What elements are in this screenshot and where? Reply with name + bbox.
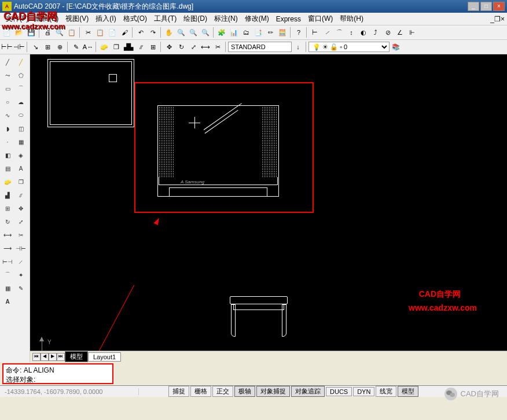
undo-button[interactable]: ↶ [135,27,146,38]
dim-ord-icon[interactable]: ↕ [346,27,357,38]
rotate-icon[interactable]: ↻ [175,41,187,53]
region-tool[interactable]: ◈ [14,149,27,161]
erase2-tool[interactable]: 🧽 [1,175,14,188]
center-icon[interactable]: ⊕ [54,41,65,53]
array2-tool[interactable]: ⊞ [1,202,14,215]
menu-insert[interactable]: 插入(I) [92,13,119,25]
redo-button[interactable]: ↷ [147,27,159,38]
doc-close-button[interactable]: × [501,15,505,23]
stretch-icon[interactable]: ⟷ [200,41,211,53]
tab-layout1[interactable]: Layout1 [88,352,121,362]
dc-button[interactable]: 📊 [228,27,240,38]
text-tool[interactable]: A [1,295,14,308]
scale-icon[interactable]: ⤢ [188,41,199,53]
doc-restore-button[interactable]: ❐ [494,15,501,23]
pan-button[interactable]: ✋ [163,27,175,38]
zoom-rt-button[interactable]: 🔍 [175,27,187,38]
otrack-toggle[interactable]: 对象追踪 [291,386,325,397]
layer-dropdown[interactable]: 💡 ☀ 🔓 ▫ 0 [308,42,390,52]
close-button[interactable]: × [493,2,505,11]
ellipse-tool[interactable]: ⬭ [14,109,27,121]
mirror-icon[interactable]: ▟▙ [123,41,134,53]
minimize-button[interactable]: _ [468,2,479,11]
ssm-button[interactable]: 📑 [252,27,264,38]
drawing-canvas[interactable]: A Samsung X Y CAD自学网 www.cadzxw.com [30,54,507,351]
copy-button[interactable]: 📋 [94,27,106,38]
tab-nav-next[interactable]: ▶ [49,353,57,361]
join-tool[interactable]: ⊢⊣ [1,255,14,268]
paste-button[interactable]: 📄 [106,27,118,38]
dim-aligned-icon[interactable]: ⟋ [321,27,333,38]
pline-tool[interactable]: ⤳ [1,69,14,82]
dim-rad-icon[interactable]: ◐ [358,27,369,38]
arc-tool[interactable]: ⌒ [14,82,27,95]
menu-draw[interactable]: 绘图(D) [180,13,211,25]
erase-icon[interactable]: 🧽 [98,41,110,53]
osnap-toggle[interactable]: 对象捕捉 [256,386,290,397]
dim-linear-icon[interactable]: ⊢ [309,27,321,38]
revcloud-tool[interactable]: ☁ [14,95,27,108]
menu-window[interactable]: 窗口(W) [304,13,336,25]
scale2-tool[interactable]: ⤢ [14,215,27,228]
menu-view[interactable]: 视图(V) [62,13,92,25]
pedit-tool[interactable]: ✎ [14,282,27,294]
properties-button[interactable]: 🧩 [216,27,227,38]
menu-modify[interactable]: 修改(M) [241,13,273,25]
chamfer-tool[interactable]: ⟋ [14,255,27,268]
lwt-toggle[interactable]: 线宽 [376,386,396,397]
model-toggle[interactable]: 模型 [398,386,418,397]
rotate2-tool[interactable]: ↻ [1,215,14,228]
ducs-toggle[interactable]: DUCS [326,387,352,396]
layer-manager-icon[interactable]: 📚 [390,41,402,53]
maximize-button[interactable]: □ [480,2,492,11]
dim-edit-icon[interactable]: ✎ [70,41,82,53]
mtext-tool[interactable]: A [14,162,27,175]
help-button[interactable]: ? [293,27,304,38]
trim2-tool[interactable]: ✂ [14,229,27,241]
dim-cont-icon[interactable]: ⊣⊢ [13,41,25,53]
copy2-tool[interactable]: ❐ [14,175,27,188]
offset2-tool[interactable]: ⫽ [14,189,27,201]
publish-button[interactable]: 📋 [66,27,78,38]
dim-ang-icon[interactable]: ∠ [394,27,406,38]
stretch2-tool[interactable]: ⟷ [1,229,14,241]
break-tool[interactable]: ⊣⊢ [14,242,27,255]
xline-tool[interactable]: ╱ [14,56,27,68]
point-tool[interactable]: · [1,135,14,148]
polar-toggle[interactable]: 极轴 [234,386,255,397]
dim-arc-icon[interactable]: ⌒ [333,27,345,38]
tolerance-icon[interactable]: ⊞ [42,41,53,53]
ellipse-arc-tool[interactable]: ◗ [1,122,14,135]
menu-express[interactable]: Express [273,14,304,24]
dim-dia-icon[interactable]: ⊘ [382,27,394,38]
tab-model[interactable]: 模型 [65,351,88,362]
grid-toggle[interactable]: 栅格 [190,386,211,397]
move2-tool[interactable]: ✥ [14,202,27,215]
extend-tool[interactable]: ⟶ [1,242,14,255]
dim-tedit-icon[interactable]: A↔ [82,41,94,53]
doc-minimize-button[interactable]: _ [490,15,494,23]
polygon-tool[interactable]: ⬠ [14,69,27,82]
command-line-area[interactable]: 命令: AL ALIGN 选择对象: [2,363,113,384]
snap-toggle[interactable]: 捕捉 [168,386,189,397]
dim-update-icon[interactable]: ↓ [292,41,304,53]
explode-tool[interactable]: ✦ [14,268,27,281]
dyn-toggle[interactable]: DYN [353,387,374,396]
coordinate-display[interactable]: -14339.1764, -16079.7890, 0.0000 [0,388,139,395]
tab-nav-last[interactable]: ⏭ [57,353,65,361]
tab-nav-prev[interactable]: ◀ [41,353,49,361]
menu-dimension[interactable]: 标注(N) [211,13,241,25]
block-tool[interactable]: ◫ [14,122,27,135]
menu-help[interactable]: 帮助(H) [336,13,367,25]
match-button[interactable]: 🖌 [119,27,130,38]
fillet-tool[interactable]: ⌒ [1,268,14,281]
dim-quick-icon[interactable]: ⊩ [406,27,418,38]
ortho-toggle[interactable]: 正交 [212,386,233,397]
cut-button[interactable]: ✂ [82,27,94,38]
trim-icon[interactable]: ✂ [212,41,223,53]
menu-tools[interactable]: 工具(T) [150,13,180,25]
tab-nav-first[interactable]: ⏮ [32,353,41,361]
dim-jog-icon[interactable]: ⤴ [370,27,381,38]
array-icon[interactable]: ⊞ [147,41,159,53]
leader-icon[interactable]: ↘ [30,41,41,53]
